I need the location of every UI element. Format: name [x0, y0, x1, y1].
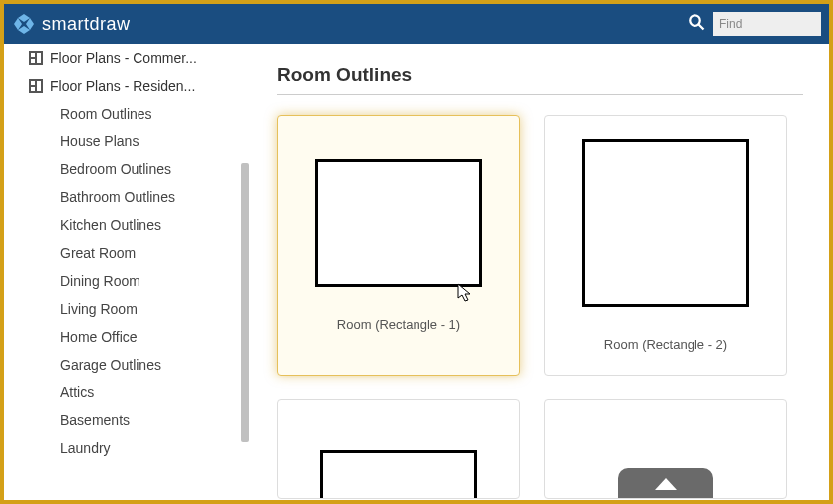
floorplan-icon	[28, 50, 44, 66]
header-bar: smartdraw	[4, 4, 829, 44]
sidebar-item-laundry[interactable]: Laundry	[4, 434, 251, 462]
sidebar-item-basements[interactable]: Basements	[4, 406, 251, 434]
sidebar-category-commercial[interactable]: Floor Plans - Commer...	[4, 44, 251, 72]
scrollbar-thumb[interactable]	[241, 163, 249, 442]
search-area	[688, 12, 821, 36]
sidebar-item-bedroom-outlines[interactable]: Bedroom Outlines	[4, 155, 251, 183]
floorplan-icon	[28, 78, 44, 94]
shape-preview	[320, 450, 477, 498]
search-input[interactable]	[713, 12, 821, 36]
template-card-rect-2[interactable]: Room (Rectangle - 2)	[544, 115, 787, 376]
svg-point-4	[690, 15, 700, 26]
shape-preview	[315, 159, 482, 287]
card-label: Room (Rectangle - 2)	[604, 337, 727, 352]
sidebar-item-living-room[interactable]: Living Room	[4, 295, 251, 323]
svg-rect-12	[37, 81, 41, 91]
logo-area[interactable]: smartdraw	[12, 12, 131, 36]
sidebar: Floor Plans - Commer... Floor Plans - Re…	[4, 44, 251, 500]
search-icon[interactable]	[688, 13, 705, 35]
svg-rect-13	[31, 87, 35, 91]
template-card-partial[interactable]	[277, 399, 520, 499]
brand-text: smartdraw	[42, 14, 131, 35]
sidebar-item-room-outlines[interactable]: Room Outlines	[4, 100, 251, 127]
svg-line-5	[698, 24, 703, 29]
template-card-rect-1[interactable]: Room (Rectangle - 1)	[277, 115, 520, 376]
content-area: Room Outlines Room (Rectangle - 1) Room …	[251, 44, 829, 500]
scroll-top-icon	[618, 468, 713, 498]
svg-rect-8	[37, 53, 41, 63]
svg-rect-7	[31, 53, 35, 57]
page-title: Room Outlines	[277, 64, 803, 95]
template-cards: Room (Rectangle - 1) Room (Rectangle - 2…	[277, 115, 803, 499]
sidebar-item-great-room[interactable]: Great Room	[4, 239, 251, 267]
sidebar-item-kitchen-outlines[interactable]: Kitchen Outlines	[4, 211, 251, 239]
shape-preview	[582, 139, 749, 307]
svg-rect-9	[31, 59, 35, 63]
category-label: Floor Plans - Commer...	[50, 50, 197, 66]
cursor-icon	[457, 283, 473, 307]
sidebar-category-residential[interactable]: Floor Plans - Residen...	[4, 72, 251, 100]
sidebar-item-dining-room[interactable]: Dining Room	[4, 267, 251, 295]
sidebar-item-house-plans[interactable]: House Plans	[4, 127, 251, 155]
svg-rect-11	[31, 81, 35, 85]
template-card-up[interactable]	[544, 399, 787, 499]
svg-marker-14	[655, 478, 677, 490]
card-label: Room (Rectangle - 1)	[337, 317, 460, 332]
smartdraw-logo-icon	[12, 12, 36, 36]
sidebar-item-home-office[interactable]: Home Office	[4, 323, 251, 351]
category-label: Floor Plans - Residen...	[50, 78, 195, 94]
sidebar-item-garage-outlines[interactable]: Garage Outlines	[4, 351, 251, 378]
main-area: Floor Plans - Commer... Floor Plans - Re…	[4, 44, 829, 500]
sidebar-item-attics[interactable]: Attics	[4, 378, 251, 406]
sidebar-item-bathroom-outlines[interactable]: Bathroom Outlines	[4, 183, 251, 211]
